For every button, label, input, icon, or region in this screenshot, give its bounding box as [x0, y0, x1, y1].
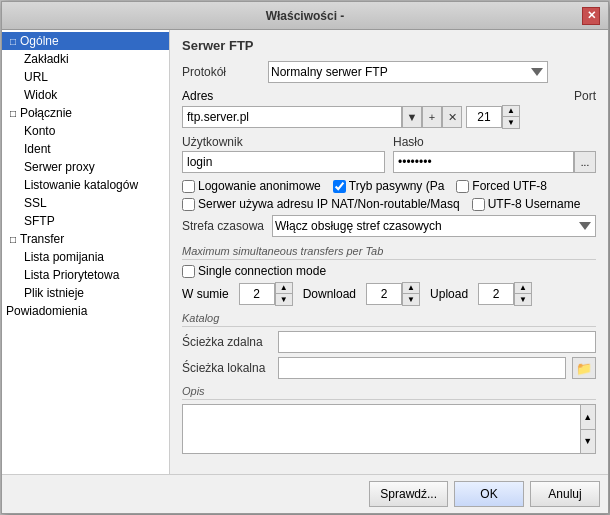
- sidebar-label-widok: Widok: [24, 88, 57, 102]
- download-label: Download: [303, 287, 356, 301]
- sidebar-item-listowanie[interactable]: Listowanie katalogów: [2, 176, 169, 194]
- sidebar-label-listowanie: Listowanie katalogów: [24, 178, 138, 192]
- port-spinner: ▲ ▼: [466, 105, 520, 129]
- sidebar-item-url[interactable]: URL: [2, 68, 169, 86]
- upload-spin-down[interactable]: ▼: [515, 294, 531, 305]
- port-spin-down[interactable]: ▼: [503, 117, 519, 128]
- w-sumie-label: W sumie: [182, 287, 229, 301]
- passive-checkbox-label[interactable]: Tryb pasywny (Pa: [333, 179, 445, 193]
- w-sumie-input[interactable]: [239, 283, 275, 305]
- anuluj-button[interactable]: Anuluj: [530, 481, 600, 507]
- nat-checkbox[interactable]: [182, 198, 195, 211]
- expand-icon: □: [6, 36, 20, 47]
- sidebar-label-transfer: Transfer: [20, 232, 64, 246]
- sidebar-item-widok[interactable]: Widok: [2, 86, 169, 104]
- nat-label: Serwer używa adresu IP NAT/Non-routable/…: [198, 197, 460, 211]
- sidebar-item-transfer[interactable]: □ Transfer: [2, 230, 169, 248]
- nat-checkbox-label[interactable]: Serwer używa adresu IP NAT/Non-routable/…: [182, 197, 460, 211]
- sidebar-label-powiadomienia: Powiadomienia: [6, 304, 87, 318]
- sidebar-label-plik-istnieje: Plik istnieje: [24, 286, 84, 300]
- max-transfers-label: Maximum simultaneous transfers per Tab: [182, 245, 596, 260]
- upload-spin-buttons: ▲ ▼: [514, 282, 532, 306]
- forced-utf8-checkbox-label[interactable]: Forced UTF-8: [456, 179, 547, 193]
- content-area: □ Ogólne Zakładki URL Widok □ Połącznie …: [2, 30, 608, 474]
- address-add-btn[interactable]: +: [422, 106, 442, 128]
- sidebar-item-powiadomienia[interactable]: Powiadomienia: [2, 302, 169, 320]
- opis-textarea[interactable]: [182, 404, 581, 454]
- katalog-label: Katalog: [182, 312, 596, 327]
- download-input[interactable]: [366, 283, 402, 305]
- sidebar-label-ogolne: Ogólne: [20, 34, 59, 48]
- address-dropdown-btn[interactable]: ▼: [402, 106, 422, 128]
- folder-browse-btn[interactable]: 📁: [572, 357, 596, 379]
- protocol-select[interactable]: Normalny serwer FTP FTP z TLS/SSL SFTP: [268, 61, 548, 83]
- anon-checkbox[interactable]: [182, 180, 195, 193]
- download-spin-up[interactable]: ▲: [403, 283, 419, 294]
- forced-utf8-checkbox[interactable]: [456, 180, 469, 193]
- sidebar-label-url: URL: [24, 70, 48, 84]
- single-connection-label[interactable]: Single connection mode: [182, 264, 596, 278]
- upload-spin-up[interactable]: ▲: [515, 283, 531, 294]
- sidebar-label-sftp: SFTP: [24, 214, 55, 228]
- sidebar-item-ident[interactable]: Ident: [2, 140, 169, 158]
- password-label: Hasło: [393, 135, 596, 149]
- sidebar-item-ssl[interactable]: SSL: [2, 194, 169, 212]
- download-spin-down[interactable]: ▼: [403, 294, 419, 305]
- address-input[interactable]: [182, 106, 402, 128]
- sidebar-item-plik-istnieje[interactable]: Plik istnieje: [2, 284, 169, 302]
- sciezka-lokalna-row: Ścieżka lokalna 📁: [182, 357, 596, 379]
- main-window: Właściwości - ✕ □ Ogólne Zakładki URL Wi…: [1, 1, 609, 514]
- w-sumie-spinner: ▲ ▼: [239, 282, 293, 306]
- strefa-label: Strefa czasowa: [182, 219, 264, 233]
- utf8-username-checkbox-label[interactable]: UTF-8 Username: [472, 197, 581, 211]
- utf8-username-checkbox[interactable]: [472, 198, 485, 211]
- opis-scroll-down[interactable]: ▼: [581, 430, 595, 454]
- opis-wrapper: ▲ ▼: [182, 404, 596, 454]
- passive-checkbox[interactable]: [333, 180, 346, 193]
- credentials-row: Użytkownik Hasło ...: [182, 135, 596, 173]
- sidebar-label-zakladki: Zakładki: [24, 52, 69, 66]
- strefa-select[interactable]: Włącz obsługę stref czasowych Wyłącz obs…: [272, 215, 596, 237]
- window-title: Właściwości -: [28, 9, 582, 23]
- sidebar-item-lista-pomijania[interactable]: Lista pomijania: [2, 248, 169, 266]
- sidebar-label-ident: Ident: [24, 142, 51, 156]
- download-spin-buttons: ▲ ▼: [402, 282, 420, 306]
- sidebar-item-ogolne[interactable]: □ Ogólne: [2, 32, 169, 50]
- single-connection-checkbox[interactable]: [182, 265, 195, 278]
- sidebar-item-konto[interactable]: Konto: [2, 122, 169, 140]
- anon-checkbox-label[interactable]: Logowanie anonimowe: [182, 179, 321, 193]
- ok-button[interactable]: OK: [454, 481, 524, 507]
- sidebar-item-polaczenie[interactable]: □ Połącznie: [2, 104, 169, 122]
- expand-icon-polaczenie: □: [6, 108, 20, 119]
- sciezka-zdalna-input[interactable]: [278, 331, 596, 353]
- w-sumie-spin-up[interactable]: ▲: [276, 283, 292, 294]
- anon-label: Logowanie anonimowe: [198, 179, 321, 193]
- port-label: Port: [574, 89, 596, 103]
- password-extra-btn[interactable]: ...: [574, 151, 596, 173]
- sidebar-item-zakladki[interactable]: Zakładki: [2, 50, 169, 68]
- sidebar-label-lista-priorytetowa: Lista Priorytetowa: [24, 268, 119, 282]
- sidebar-label-ssl: SSL: [24, 196, 47, 210]
- w-sumie-spin-down[interactable]: ▼: [276, 294, 292, 305]
- upload-input[interactable]: [478, 283, 514, 305]
- w-sumie-spin-buttons: ▲ ▼: [275, 282, 293, 306]
- username-input[interactable]: [182, 151, 385, 173]
- username-label: Użytkownik: [182, 135, 385, 149]
- upload-spinner: ▲ ▼: [478, 282, 532, 306]
- password-input[interactable]: [393, 151, 574, 173]
- close-button[interactable]: ✕: [582, 7, 600, 25]
- port-spin-buttons: ▲ ▼: [502, 105, 520, 129]
- port-spin-up[interactable]: ▲: [503, 106, 519, 117]
- single-connection-text: Single connection mode: [198, 264, 326, 278]
- sciezka-lokalna-label: Ścieżka lokalna: [182, 361, 272, 375]
- sidebar-item-lista-priorytetowa[interactable]: Lista Priorytetowa: [2, 266, 169, 284]
- sprawdz-button[interactable]: Sprawdź...: [369, 481, 448, 507]
- sciezka-lokalna-input[interactable]: [278, 357, 566, 379]
- port-input[interactable]: [466, 106, 502, 128]
- address-clear-btn[interactable]: ✕: [442, 106, 462, 128]
- sidebar-item-serwer-proxy[interactable]: Serwer proxy: [2, 158, 169, 176]
- opis-scroll-up[interactable]: ▲: [581, 405, 595, 430]
- opis-section: Opis ▲ ▼: [182, 385, 596, 454]
- address-group: Adres Port ▼ + ✕ ▲ ▼: [182, 89, 596, 129]
- sidebar-item-sftp[interactable]: SFTP: [2, 212, 169, 230]
